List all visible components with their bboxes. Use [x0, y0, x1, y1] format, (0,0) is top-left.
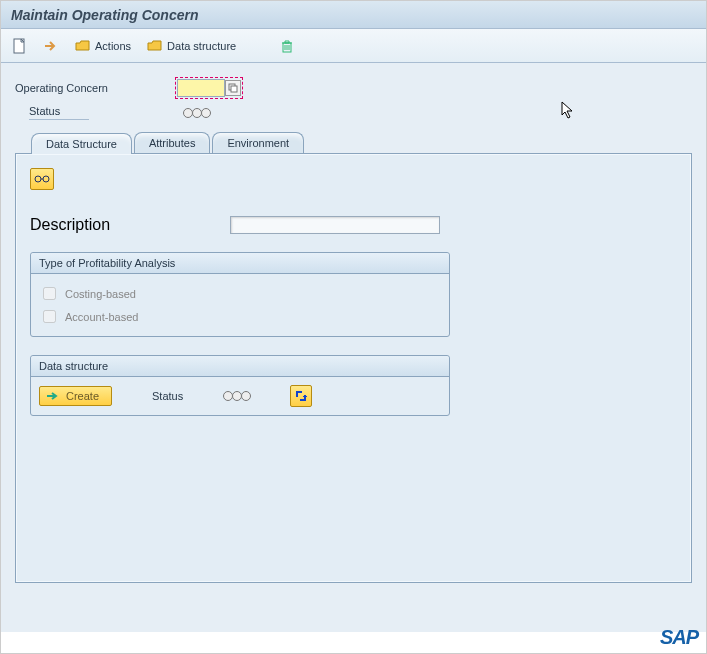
tab-environment[interactable]: Environment	[212, 132, 304, 153]
display-change-button[interactable]	[30, 168, 54, 190]
tab-label: Attributes	[149, 137, 195, 149]
svg-rect-3	[231, 86, 237, 92]
sap-logo: SAP	[660, 626, 698, 649]
folder-icon	[75, 40, 91, 52]
data-structure-label: Data structure	[167, 40, 236, 52]
status-traffic-lights	[183, 108, 210, 118]
description-input[interactable]	[230, 216, 440, 234]
costing-based-checkbox[interactable]	[43, 287, 56, 300]
description-row: Description	[30, 216, 677, 234]
tab-strip: Data Structure Attributes Environment	[31, 132, 692, 153]
operating-concern-label: Operating Concern	[15, 82, 175, 94]
trash-icon	[280, 39, 294, 53]
page-title: Maintain Operating Concern	[11, 7, 198, 23]
create-button[interactable]: Create	[39, 386, 112, 406]
toolbar: Actions Data structure	[1, 29, 706, 63]
new-document-button[interactable]	[9, 36, 31, 56]
tab-panel: Description Type of Profitability Analys…	[15, 153, 692, 583]
execute-button[interactable]	[39, 37, 63, 55]
ds-status-label: Status	[152, 390, 183, 402]
svg-point-4	[35, 176, 41, 182]
data-structure-groupbox: Data structure Create Status	[30, 355, 450, 416]
type-profitability-groupbox: Type of Profitability Analysis Costing-b…	[30, 252, 450, 337]
account-based-checkbox-row: Account-based	[39, 305, 441, 328]
account-based-checkbox[interactable]	[43, 310, 56, 323]
folder-icon	[147, 40, 163, 52]
groupbox-title: Type of Profitability Analysis	[31, 253, 449, 274]
create-label: Create	[66, 390, 99, 402]
activate-button[interactable]	[290, 385, 312, 407]
account-based-label: Account-based	[65, 311, 138, 323]
arrow-right-icon	[46, 391, 60, 401]
f4-icon	[228, 83, 238, 93]
delete-button[interactable]	[276, 37, 298, 55]
operating-concern-input[interactable]	[177, 79, 225, 97]
operating-concern-group	[175, 77, 243, 99]
groupbox-title: Data structure	[31, 356, 449, 377]
header-form: Operating Concern Status	[1, 63, 706, 132]
arrow-right-icon	[43, 39, 59, 53]
activate-icon	[294, 389, 308, 403]
svg-point-5	[43, 176, 49, 182]
status-label: Status	[29, 105, 89, 120]
glasses-icon	[34, 174, 50, 184]
tab-label: Environment	[227, 137, 289, 149]
title-bar: Maintain Operating Concern	[1, 1, 706, 29]
tab-container: Data Structure Attributes Environment De…	[1, 132, 706, 632]
tab-data-structure[interactable]: Data Structure	[31, 133, 132, 154]
actions-label: Actions	[95, 40, 131, 52]
tab-label: Data Structure	[46, 138, 117, 150]
data-structure-button[interactable]: Data structure	[143, 38, 240, 54]
actions-button[interactable]: Actions	[71, 38, 135, 54]
costing-based-checkbox-row: Costing-based	[39, 282, 441, 305]
description-label: Description	[30, 216, 230, 234]
document-icon	[13, 38, 27, 54]
f4-help-button[interactable]	[225, 80, 241, 96]
ds-status-traffic-lights	[223, 391, 250, 401]
costing-based-label: Costing-based	[65, 288, 136, 300]
tab-attributes[interactable]: Attributes	[134, 132, 210, 153]
